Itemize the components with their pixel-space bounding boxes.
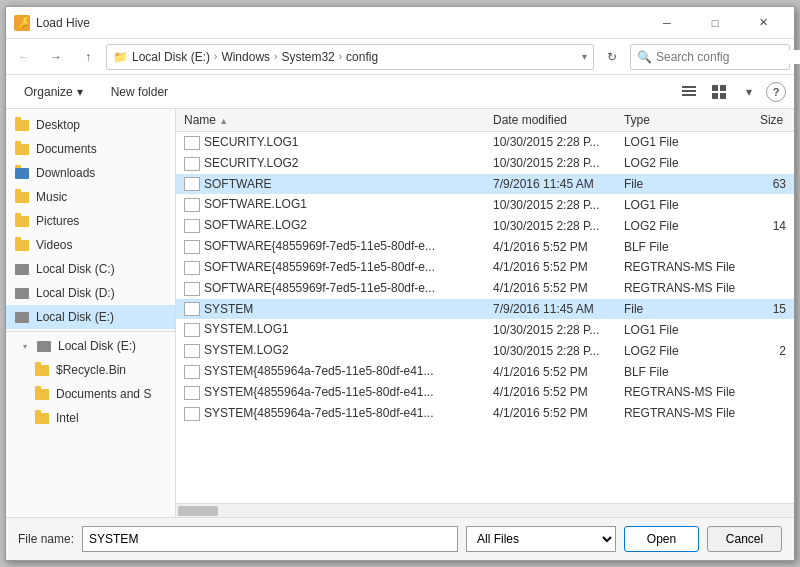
- sidebar-item-intel[interactable]: Intel: [6, 406, 175, 430]
- sidebar: Desktop Documents Downloads Music Pictur…: [6, 109, 176, 517]
- organize-label: Organize: [24, 85, 73, 99]
- table-row[interactable]: SOFTWARE{4855969f-7ed5-11e5-80df-e... 4/…: [176, 278, 794, 299]
- close-button[interactable]: ✕: [740, 9, 786, 37]
- table-row[interactable]: SECURITY.LOG1 10/30/2015 2:28 P... LOG1 …: [176, 132, 794, 153]
- help-button[interactable]: ?: [766, 82, 786, 102]
- videos-icon: [14, 237, 30, 253]
- sidebar-label-local-d: Local Disk (D:): [36, 286, 115, 300]
- sidebar-item-downloads[interactable]: Downloads: [6, 161, 175, 185]
- sidebar-label-music: Music: [36, 190, 67, 204]
- view-large-icon-button[interactable]: [706, 79, 732, 105]
- filetype-select[interactable]: All Files: [466, 526, 616, 552]
- file-icon: [184, 136, 200, 150]
- recycle-icon: [34, 362, 50, 378]
- maximize-button[interactable]: □: [692, 9, 738, 37]
- sidebar-item-desktop[interactable]: Desktop: [6, 113, 175, 137]
- table-row[interactable]: SYSTEM{4855964a-7ed5-11e5-80df-e41... 4/…: [176, 361, 794, 382]
- table-row[interactable]: SOFTWARE.LOG1 10/30/2015 2:28 P... LOG1 …: [176, 194, 794, 215]
- svg-text:🔑: 🔑: [18, 17, 28, 29]
- file-table: Name ▲ Date modified Type Size SECURITY.…: [176, 109, 794, 424]
- documents-icon: [14, 141, 30, 157]
- file-icon: [184, 302, 200, 316]
- filename-input[interactable]: [82, 526, 458, 552]
- sidebar-label-pictures: Pictures: [36, 214, 79, 228]
- sidebar-item-local-e2[interactable]: ▾ Local Disk (E:): [6, 334, 175, 358]
- col-name[interactable]: Name ▲: [176, 109, 485, 132]
- svg-rect-3: [682, 90, 696, 92]
- refresh-button[interactable]: ↻: [598, 43, 626, 71]
- sidebar-item-pictures[interactable]: Pictures: [6, 209, 175, 233]
- col-type[interactable]: Type: [616, 109, 752, 132]
- col-date[interactable]: Date modified: [485, 109, 616, 132]
- docs-and-icon: [34, 386, 50, 402]
- sidebar-label-videos: Videos: [36, 238, 72, 252]
- file-icon: [184, 240, 200, 254]
- sidebar-item-local-c[interactable]: Local Disk (C:): [6, 257, 175, 281]
- sidebar-label-local-e2: Local Disk (E:): [58, 339, 136, 353]
- desktop-icon: [14, 117, 30, 133]
- drive-d-icon: [14, 285, 30, 301]
- file-icon: [184, 386, 200, 400]
- horizontal-scrollbar[interactable]: [176, 503, 794, 517]
- sidebar-item-documents[interactable]: Documents: [6, 137, 175, 161]
- breadcrumb-sep-1: ›: [214, 51, 217, 62]
- search-icon: 🔍: [637, 50, 652, 64]
- view-dropdown-button[interactable]: ▾: [736, 79, 762, 105]
- svg-rect-6: [720, 85, 726, 91]
- file-icon: [184, 344, 200, 358]
- col-size[interactable]: Size: [752, 109, 794, 132]
- up-button[interactable]: ↑: [74, 43, 102, 71]
- intel-icon: [34, 410, 50, 426]
- table-row[interactable]: SYSTEM{4855964a-7ed5-11e5-80df-e41... 4/…: [176, 382, 794, 403]
- table-row[interactable]: SYSTEM.LOG2 10/30/2015 2:28 P... LOG2 Fi…: [176, 340, 794, 361]
- search-input[interactable]: [656, 50, 800, 64]
- sidebar-label-local-c: Local Disk (C:): [36, 262, 115, 276]
- breadcrumb[interactable]: 📁 Local Disk (E:) › Windows › System32 ›…: [106, 44, 594, 70]
- sidebar-label-desktop: Desktop: [36, 118, 80, 132]
- organize-button[interactable]: Organize ▾: [14, 79, 93, 105]
- forward-button[interactable]: →: [42, 43, 70, 71]
- breadcrumb-sep-3: ›: [339, 51, 342, 62]
- table-row[interactable]: SOFTWARE{4855969f-7ed5-11e5-80df-e... 4/…: [176, 236, 794, 257]
- back-button[interactable]: ←: [10, 43, 38, 71]
- svg-rect-2: [682, 86, 696, 88]
- breadcrumb-chevron: ▾: [582, 51, 587, 62]
- svg-rect-7: [712, 93, 718, 99]
- sidebar-item-recycle[interactable]: $Recycle.Bin: [6, 358, 175, 382]
- sidebar-item-docs-and[interactable]: Documents and S: [6, 382, 175, 406]
- filename-label: File name:: [18, 532, 74, 546]
- breadcrumb-sep-2: ›: [274, 51, 277, 62]
- sidebar-item-music[interactable]: Music: [6, 185, 175, 209]
- table-row[interactable]: SYSTEM.LOG1 10/30/2015 2:28 P... LOG1 Fi…: [176, 319, 794, 340]
- pictures-icon: [14, 213, 30, 229]
- minimize-button[interactable]: ─: [644, 9, 690, 37]
- view-details-button[interactable]: [676, 79, 702, 105]
- table-row[interactable]: SOFTWARE{4855969f-7ed5-11e5-80df-e... 4/…: [176, 257, 794, 278]
- sidebar-item-local-e[interactable]: Local Disk (E:): [6, 305, 175, 329]
- file-icon: [184, 157, 200, 171]
- sidebar-item-videos[interactable]: Videos: [6, 233, 175, 257]
- breadcrumb-icon: 📁: [113, 50, 128, 64]
- sidebar-item-local-d[interactable]: Local Disk (D:): [6, 281, 175, 305]
- svg-rect-5: [712, 85, 718, 91]
- open-button[interactable]: Open: [624, 526, 699, 552]
- sidebar-label-recycle: $Recycle.Bin: [56, 363, 126, 377]
- table-row[interactable]: SYSTEM 7/9/2016 11:45 AM File 15: [176, 299, 794, 320]
- bottom-bar: File name: All Files Open Cancel: [6, 517, 794, 560]
- cancel-button[interactable]: Cancel: [707, 526, 782, 552]
- drive-e-icon: [14, 309, 30, 325]
- breadcrumb-part-3: System32: [281, 50, 334, 64]
- drive-e2-icon: [36, 338, 52, 354]
- dialog-buttons: Open Cancel: [624, 526, 782, 552]
- search-box: 🔍: [630, 44, 790, 70]
- table-row[interactable]: SECURITY.LOG2 10/30/2015 2:28 P... LOG2 …: [176, 153, 794, 174]
- downloads-icon: [14, 165, 30, 181]
- table-row[interactable]: SOFTWARE 7/9/2016 11:45 AM File 63: [176, 174, 794, 195]
- sidebar-label-local-e: Local Disk (E:): [36, 310, 114, 324]
- svg-rect-4: [682, 94, 696, 96]
- h-scroll-thumb[interactable]: [178, 506, 218, 516]
- navigation-toolbar: ← → ↑ 📁 Local Disk (E:) › Windows › Syst…: [6, 39, 794, 75]
- table-row[interactable]: SOFTWARE.LOG2 10/30/2015 2:28 P... LOG2 …: [176, 215, 794, 236]
- table-row[interactable]: SYSTEM{4855964a-7ed5-11e5-80df-e41... 4/…: [176, 403, 794, 424]
- new-folder-button[interactable]: New folder: [101, 79, 178, 105]
